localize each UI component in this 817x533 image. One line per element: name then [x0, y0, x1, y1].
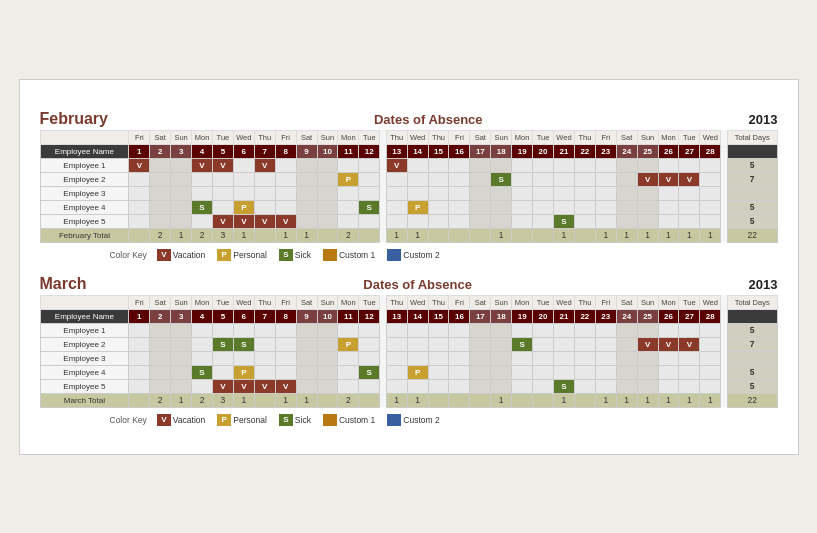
day-cell-9: [296, 200, 317, 214]
employee-row: Employee 2SSPSVVV7: [40, 337, 777, 351]
key-text-custom1: Custom 1: [339, 415, 375, 425]
day-cell-19: [512, 214, 533, 228]
color-key-row: Color KeyVVacationPPersonalSSickCustom 1…: [110, 414, 778, 426]
day-cell-5: [212, 186, 233, 200]
day-cell-4: S: [192, 365, 213, 379]
day-cell-9: [296, 158, 317, 172]
employee-row: Employee 15: [40, 323, 777, 337]
day-num-9: 9: [296, 309, 317, 323]
total-day-9: 1: [296, 393, 317, 407]
day-cell-7: [254, 337, 275, 351]
day-num-17: 17: [470, 144, 491, 158]
day-num-21: 21: [554, 144, 575, 158]
day-cell-18: [491, 186, 512, 200]
day-cell-25: [637, 365, 658, 379]
total-day-21: 1: [554, 228, 575, 242]
total-day-5: 3: [212, 228, 233, 242]
day-cell-18: [491, 323, 512, 337]
day-cell-25: [637, 379, 658, 393]
total-days-cell: 5: [727, 365, 777, 379]
day-num-12: 12: [359, 309, 380, 323]
day-cell-11: [338, 379, 359, 393]
day-cell-16: [449, 379, 470, 393]
day-cell-1: [129, 214, 150, 228]
day-cell-14: [407, 186, 428, 200]
total-day-4: 2: [192, 393, 213, 407]
day-cell-28: [700, 214, 721, 228]
day-cell-27: [679, 379, 700, 393]
day-num-27: 27: [679, 309, 700, 323]
day-cell-11: [338, 158, 359, 172]
day-name-12: Tue: [359, 130, 380, 144]
day-cell-11: P: [338, 337, 359, 351]
day-cell-8: [275, 200, 296, 214]
day-cell-24: [616, 365, 637, 379]
day-cell-2: [150, 365, 171, 379]
employee-name-cell: Employee 1: [40, 323, 129, 337]
day-name-6: Wed: [233, 295, 254, 309]
day-cell-4: [192, 172, 213, 186]
day-cell-27: [679, 186, 700, 200]
day-cell-10: [317, 379, 338, 393]
day-cell-13: V: [386, 158, 407, 172]
day-cell-3: [171, 337, 192, 351]
grand-total-cell: 22: [727, 228, 777, 242]
day-cell-18: [491, 365, 512, 379]
day-num-5: 5: [212, 144, 233, 158]
day-cell-13: [386, 186, 407, 200]
day-cell-9: [296, 351, 317, 365]
day-cell-2: [150, 351, 171, 365]
day-num-10: 10: [317, 309, 338, 323]
day-cell-12: S: [359, 365, 380, 379]
day-cell-14: [407, 323, 428, 337]
day-name-7: Thu: [254, 130, 275, 144]
day-cell-5: [212, 172, 233, 186]
day-num-3: 3: [171, 309, 192, 323]
day-cell-5: V: [212, 379, 233, 393]
schedule-table: FriSatSunMonTueWedThuFriSatSunMonTueThuW…: [40, 295, 778, 408]
day-cell-3: [171, 186, 192, 200]
day-cell-6: [233, 186, 254, 200]
day-cell-23: [595, 214, 616, 228]
day-name-3: Sun: [171, 130, 192, 144]
day-cell-20: [533, 200, 554, 214]
total-day-15: [428, 393, 449, 407]
key-text-vacation: Vacation: [173, 415, 205, 425]
day-cell-13: [386, 323, 407, 337]
day-cell-3: [171, 172, 192, 186]
total-day-15: [428, 228, 449, 242]
total-days-header: Total Days: [727, 295, 777, 309]
day-cell-22: [574, 214, 595, 228]
day-cell-1: [129, 365, 150, 379]
day-cell-11: [338, 365, 359, 379]
day-cell-20: [533, 351, 554, 365]
total-day-8: 1: [275, 393, 296, 407]
day-num-7: 7: [254, 309, 275, 323]
total-day-1: [129, 393, 150, 407]
schedule-block-march: MarchDates of Absence2013FriSatSunMonTue…: [40, 275, 778, 426]
day-cell-18: [491, 200, 512, 214]
day-cell-28: [700, 172, 721, 186]
day-cell-4: S: [192, 200, 213, 214]
day-cell-21: [554, 337, 575, 351]
day-cell-26: [658, 379, 679, 393]
day-num-23: 23: [595, 144, 616, 158]
day-cell-4: [192, 214, 213, 228]
day-cell-16: [449, 158, 470, 172]
color-key-label: Color Key: [110, 415, 147, 425]
total-day-24: 1: [616, 228, 637, 242]
employee-name-cell: Employee 3: [40, 351, 129, 365]
day-cell-6: [233, 323, 254, 337]
employee-name-cell: Employee 1: [40, 158, 129, 172]
key-item-personal: PPersonal: [217, 249, 267, 261]
total-day-22: [574, 393, 595, 407]
day-name-10: Sun: [317, 130, 338, 144]
day-cell-24: [616, 379, 637, 393]
day-cell-8: [275, 158, 296, 172]
day-cell-6: P: [233, 200, 254, 214]
day-name-9: Sat: [296, 295, 317, 309]
day-cell-1: [129, 172, 150, 186]
day-num-26: 26: [658, 309, 679, 323]
key-text-custom2: Custom 2: [403, 415, 439, 425]
dates-of-absence-label: Dates of Absence: [108, 112, 749, 127]
